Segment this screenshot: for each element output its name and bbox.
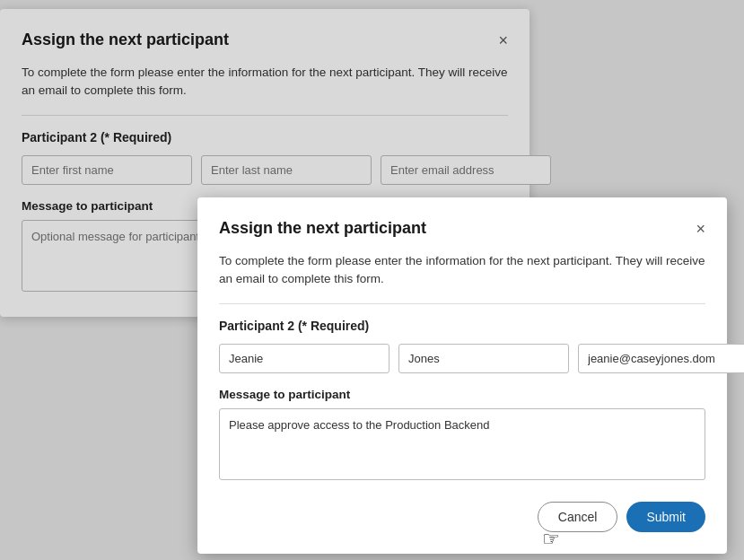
fg-dialog-header: Assign the next participant ×: [219, 219, 705, 238]
fg-section-label: Participant 2 (* Required): [219, 319, 705, 333]
fg-last-name-input[interactable]: [398, 344, 569, 373]
fg-first-name-input[interactable]: [219, 344, 390, 373]
cancel-button[interactable]: Cancel: [538, 502, 618, 532]
fg-dialog-title: Assign the next participant: [219, 219, 426, 238]
fg-fields-row: [219, 344, 705, 373]
submit-button[interactable]: Submit: [626, 502, 705, 532]
fg-email-input[interactable]: [578, 344, 744, 373]
fg-message-textarea[interactable]: [219, 408, 705, 480]
fg-message-label: Message to participant: [219, 388, 705, 401]
fg-close-button[interactable]: ×: [696, 221, 705, 237]
fg-dialog-description: To complete the form please enter the in…: [219, 252, 705, 289]
foreground-dialog: Assign the next participant × To complet…: [197, 197, 727, 554]
action-row: Cancel Submit: [219, 502, 705, 532]
fg-divider: [219, 303, 705, 304]
